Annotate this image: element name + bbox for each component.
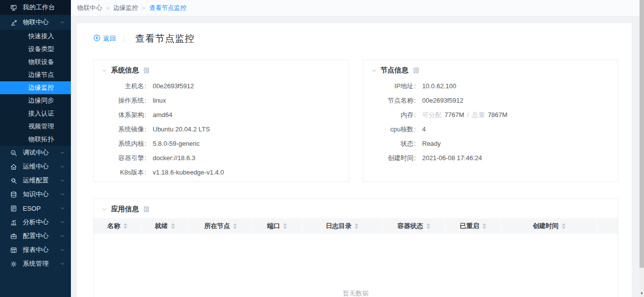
field-value: 00e2693f5912 (153, 82, 194, 90)
table-column-header[interactable]: 就绪 (141, 218, 188, 234)
field-row: 操作系统linux (102, 93, 349, 108)
table-column-header[interactable]: 日志目录 (301, 218, 382, 234)
field-row: 创建时间2021-06-08 17:46:24 (371, 151, 618, 165)
panel-header: 应用信息 (94, 199, 618, 216)
ops-config-icon (10, 177, 18, 184)
sidebar-subitem[interactable]: 物联拓扑 (0, 133, 71, 146)
sidebar-subitem-label: 物联拓扑 (28, 135, 54, 144)
sidebar-group[interactable]: ESOP (0, 201, 71, 215)
sidebar-group[interactable]: 分析中心 (0, 215, 71, 229)
chevron-up-icon (60, 20, 65, 25)
sidebar-subitem[interactable]: 接入认证 (0, 107, 71, 120)
back-button[interactable]: 返回 (93, 34, 116, 43)
breadcrumb-item[interactable]: 查看节点监控 (149, 4, 186, 12)
chevron-down-icon (60, 247, 65, 252)
scrollbar-thumb[interactable] (640, 0, 644, 268)
field-value-part: 7767M (445, 111, 465, 119)
back-label: 返回 (103, 34, 116, 43)
sidebar-subitem-label: 边缘节点 (28, 70, 54, 79)
sidebar-subitem-label: 设备类型 (28, 45, 54, 54)
table-column-header[interactable]: 创建时间 (501, 218, 597, 234)
breadcrumb-separator: > (106, 5, 109, 11)
debug-icon (10, 149, 18, 157)
chevron-down-icon (60, 261, 65, 266)
chevron-down-icon[interactable] (102, 68, 107, 73)
field-value-part: / (467, 111, 469, 119)
scrollbar: ▼ (640, 0, 644, 297)
report-icon (10, 246, 18, 254)
sidebar-subitem-label: 边缘监控 (28, 83, 54, 92)
sidebar-subitem[interactable]: 边缘同步 (0, 94, 71, 107)
app-info-panel: 应用信息 名称就绪所在节点端口日志目录容器状态已重启创建时间 暂无数据 (93, 198, 618, 297)
sidebar-item-workspace[interactable]: 我的工作台 (0, 0, 71, 15)
field-label: 操作系统 (102, 96, 146, 105)
sidebar-subitem-label: 快速接入 (28, 32, 54, 41)
main-area: 物联中心>边缘监控>查看节点监控 返回 查看节点监控 系统信息 (71, 0, 644, 297)
list-icon[interactable] (413, 67, 419, 74)
column-label: 所在节点 (204, 222, 230, 231)
field-value: 可分配7767M/总量7867M (422, 111, 511, 119)
field-label: 系统内核 (102, 139, 146, 148)
sidebar-group[interactable]: 调试中心 (0, 146, 71, 160)
sidebar-group-label: 物联中心 (23, 18, 49, 27)
field-row: 系统镜像Ubuntu 20.04.2 LTS (102, 122, 349, 136)
field-label: cpu核数 (371, 125, 416, 134)
table-column-header[interactable]: 端口 (252, 218, 301, 234)
table-column-header[interactable]: 名称 (94, 218, 141, 234)
field-label: 节点名称 (371, 96, 416, 105)
field-row: 状态Ready (371, 136, 618, 151)
field-row: 节点名称00e2693f5912 (371, 93, 618, 108)
breadcrumb: 物联中心>边缘监控>查看节点监控 (71, 0, 644, 16)
breadcrumb-item[interactable]: 物联中心 (77, 4, 102, 12)
sidebar-group[interactable]: 配置中心 (0, 229, 71, 243)
field-label: 状态 (371, 139, 416, 148)
field-value: 10.0.62.100 (422, 82, 457, 90)
esop-icon (10, 204, 18, 212)
chevron-down-icon (60, 178, 65, 183)
field-label: 体系架构 (102, 111, 146, 119)
titlebar: 返回 查看节点监控 (93, 32, 618, 45)
panel-header: 系统信息 (94, 60, 349, 77)
sidebar-group[interactable]: 系统管理 (0, 257, 71, 271)
sidebar-group-iot-center[interactable]: 物联中心 (0, 15, 71, 30)
list-icon[interactable] (143, 206, 150, 213)
monitor-icon (10, 3, 18, 11)
field-value: 4 (422, 125, 426, 133)
column-label: 容器状态 (398, 222, 423, 231)
table-column-header[interactable]: 所在节点 (188, 218, 252, 234)
chevron-down-icon (60, 192, 65, 197)
breadcrumb-item[interactable]: 边缘监控 (113, 4, 138, 12)
chevron-down-icon (60, 220, 65, 225)
sidebar-group-label: 调试中心 (23, 148, 49, 157)
column-label: 名称 (108, 222, 120, 231)
sidebar-subitem[interactable]: 设备类型 (0, 43, 71, 56)
sidebar-group[interactable]: 运维配置 (0, 174, 71, 187)
sidebar-subitem[interactable]: 边缘节点 (0, 68, 71, 81)
config-icon (10, 232, 18, 240)
analysis-icon (10, 218, 18, 226)
field-label: 容器引擎 (102, 154, 146, 163)
field-row: 内存可分配7767M/总量7867M (371, 108, 618, 122)
column-label: 端口 (267, 222, 280, 231)
sidebar-group-label: 系统管理 (23, 259, 49, 268)
sidebar-subitem[interactable]: 快速接入 (0, 30, 71, 43)
sidebar-group-label: 配置中心 (23, 232, 49, 240)
field-value-part: 7867M (488, 111, 508, 119)
chevron-down-icon[interactable] (102, 207, 107, 212)
sidebar-subitem[interactable]: 视频管理 (0, 120, 71, 133)
table-column-header[interactable]: 已重启 (445, 218, 501, 234)
sidebar-subitem[interactable]: 边缘监控 (0, 81, 71, 94)
sidebar-subitem[interactable]: 物联设备 (0, 56, 71, 68)
column-label: 就绪 (155, 222, 168, 231)
chevron-down-icon[interactable] (371, 68, 377, 73)
sidebar-group[interactable]: 报表中心 (0, 243, 71, 257)
list-icon[interactable] (143, 67, 150, 74)
sort-caret-icon (283, 223, 287, 229)
sort-caret-icon (426, 223, 430, 229)
scroll-down-button[interactable]: ▼ (640, 291, 644, 296)
chevron-down-icon (60, 150, 65, 155)
arrow-left-circle-icon (93, 34, 103, 43)
table-column-header[interactable]: 容器状态 (382, 218, 445, 234)
sidebar-group[interactable]: 知识中心 (0, 187, 71, 201)
sidebar-group[interactable]: 运维中心 (0, 160, 71, 174)
